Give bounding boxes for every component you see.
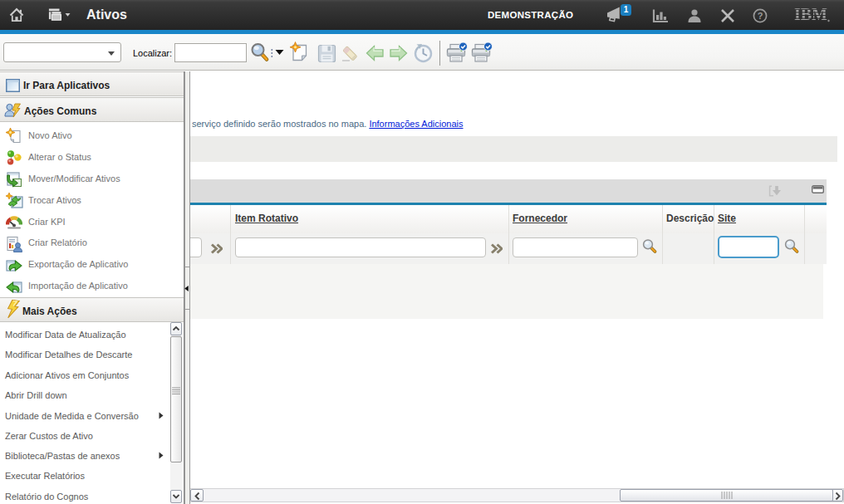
svg-text:?: ? xyxy=(758,11,763,21)
